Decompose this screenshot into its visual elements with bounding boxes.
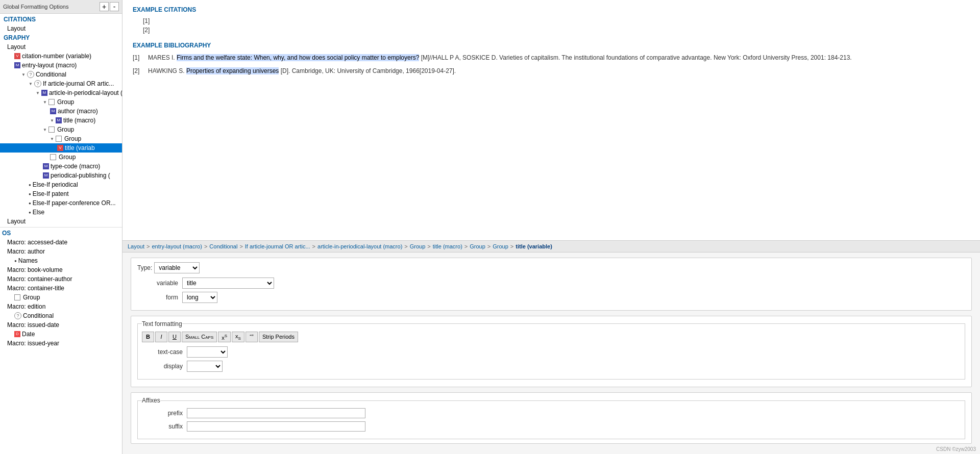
group4-label: Group xyxy=(59,154,76,161)
sidebar-group3[interactable]: ▼ Group xyxy=(0,134,122,143)
bold-button[interactable]: B xyxy=(142,332,154,342)
suffix-input[interactable] xyxy=(187,421,365,432)
group2-icon xyxy=(48,127,55,133)
group3-icon xyxy=(56,136,62,142)
bib1-author: MARES I. xyxy=(148,54,175,61)
sidebar-entry-layout[interactable]: M entry-layout (macro) xyxy=(0,61,122,70)
type-select[interactable]: variable xyxy=(154,262,200,273)
sidebar-macro-edition[interactable]: Macro: edition xyxy=(0,302,122,311)
sidebar-header-buttons: + - xyxy=(100,2,119,11)
italic-button[interactable]: I xyxy=(155,332,167,342)
sidebar-title-macro[interactable]: ▼ M title (macro) xyxy=(0,116,122,125)
subscript-button[interactable]: xS xyxy=(232,332,244,342)
sidebar-header: Global Formatting Options + - xyxy=(0,0,122,14)
preview-pane: EXAMPLE CITATIONS [1] [2] EXAMPLE BIBLIO… xyxy=(122,0,980,241)
breadcrumb-group1[interactable]: Group xyxy=(410,243,426,249)
breadcrumb-title-macro[interactable]: title (macro) xyxy=(433,243,462,249)
display-select[interactable] xyxy=(187,361,223,372)
bullet3: ● xyxy=(29,201,31,206)
breadcrumb-entry-layout[interactable]: entry-layout (macro) xyxy=(152,243,202,249)
sidebar-group2[interactable]: ▼ Group xyxy=(0,125,122,134)
text-case-select[interactable] xyxy=(187,346,228,358)
sidebar-layout2[interactable]: Layout xyxy=(0,217,122,226)
remove-item-button[interactable]: - xyxy=(110,2,119,11)
type-field-group: Type: variable variable title form long xyxy=(131,258,972,311)
superscript-button[interactable]: xS xyxy=(218,332,231,342)
sidebar-else[interactable]: ● Else xyxy=(0,208,122,217)
breadcrumb-conditional[interactable]: Conditional xyxy=(209,243,237,249)
sep5: > xyxy=(404,243,407,249)
sidebar-periodical-publishing[interactable]: M periodical-publishing ( xyxy=(0,171,122,180)
container-author-label: Macro: container-author xyxy=(7,275,72,283)
sidebar-citations-section[interactable]: CITATIONS xyxy=(0,15,122,24)
breadcrumb-title-variable[interactable]: title (variable) xyxy=(516,243,552,249)
else-if-periodical-label: Else-If periodical xyxy=(33,181,78,188)
citation-number-label: citation-number (variable) xyxy=(22,53,91,60)
sidebar-macro-author[interactable]: Macro: author xyxy=(0,247,122,256)
issued-year-label: Macro: issued-year xyxy=(7,340,59,347)
sidebar-else-if-paper[interactable]: ● Else-If paper-conference OR... xyxy=(0,198,122,208)
quotes-button[interactable]: “” xyxy=(246,332,258,342)
accessed-date-label: Macro: accessed-date xyxy=(7,239,67,246)
sep7: > xyxy=(464,243,468,249)
bib2-author: HAWKING S. xyxy=(148,67,185,74)
sidebar-macro-accessed-date[interactable]: Macro: accessed-date xyxy=(0,238,122,247)
variable-select[interactable]: title xyxy=(182,278,274,289)
sidebar-citations-layout[interactable]: Layout xyxy=(0,24,122,33)
sidebar-header-title: Global Formatting Options xyxy=(3,4,68,10)
sidebar-citation-number[interactable]: V citation-number (variable) xyxy=(0,52,122,61)
breadcrumb-article-periodical[interactable]: article-in-periodical-layout (macro) xyxy=(317,243,402,249)
small-caps-button[interactable]: Small Caps xyxy=(182,332,217,342)
display-row: display xyxy=(142,361,961,372)
edition-label: Macro: edition xyxy=(7,303,45,310)
group-ct-icon xyxy=(14,294,20,300)
sidebar-names[interactable]: ● Names xyxy=(0,256,122,265)
form-select[interactable]: long xyxy=(182,292,217,303)
type-code-icon: M xyxy=(43,163,49,169)
sidebar-else-if-patent[interactable]: ● Else-If patent xyxy=(0,189,122,198)
breadcrumb-group2[interactable]: Group xyxy=(470,243,485,249)
affixes-group: Affixes prefix suffix xyxy=(131,392,972,444)
sidebar-bibliography-section[interactable]: GRAPHY xyxy=(0,33,122,42)
conditional2-label: Conditional xyxy=(23,312,54,319)
strip-periods-button[interactable]: Strip Periods xyxy=(259,332,298,342)
sidebar-macro-issued-year[interactable]: Macro: issued-year xyxy=(0,339,122,348)
author-macro-label: author (macro) xyxy=(58,108,98,115)
sidebar-author-macro[interactable]: M author (macro) xyxy=(0,107,122,116)
sidebar-macro-container-title[interactable]: Macro: container-title xyxy=(0,284,122,293)
sidebar-group1[interactable]: ▼ Group xyxy=(0,97,122,107)
sidebar-article-in-periodical[interactable]: ▼ M article-in-periodical-layout (m xyxy=(0,88,122,97)
expand-icon7: ▼ xyxy=(50,137,54,141)
add-item-button[interactable]: + xyxy=(100,2,109,11)
sidebar-macro-book-volume[interactable]: Macro: book-volume xyxy=(0,265,122,274)
breadcrumb-if-article[interactable]: If article-journal OR artic... xyxy=(245,243,310,249)
bibliography-label: GRAPHY xyxy=(4,34,30,41)
sidebar-macro-container-author[interactable]: Macro: container-author xyxy=(0,274,122,284)
sidebar-date[interactable]: D Date xyxy=(0,330,122,339)
sidebar-else-if-periodical[interactable]: ● Else-If periodical xyxy=(0,180,122,189)
sidebar-conditional[interactable]: ▼ ? Conditional xyxy=(0,70,122,79)
sidebar-os-section[interactable]: OS xyxy=(0,229,122,238)
sidebar-if-article[interactable]: ▼ ? If article-journal OR artic... xyxy=(0,79,122,88)
sidebar-group4[interactable]: Group xyxy=(0,153,122,162)
bullet5: ● xyxy=(14,259,17,263)
sidebar-bibliography-layout[interactable]: Layout xyxy=(0,42,122,52)
group-ct-label: Group xyxy=(23,294,40,301)
sidebar-type-code[interactable]: M type-code (macro) xyxy=(0,162,122,171)
prefix-input[interactable] xyxy=(187,408,365,418)
entry-layout-icon: M xyxy=(14,62,20,68)
bullet2: ● xyxy=(29,192,31,196)
sidebar-macro-issued-date[interactable]: Macro: issued-date xyxy=(0,320,122,330)
sep3: > xyxy=(239,243,242,249)
bib2-text: HAWKING S. Properties of expanding unive… xyxy=(148,66,970,75)
sidebar-conditional2[interactable]: ? Conditional xyxy=(0,311,122,320)
variable-row: variable title xyxy=(137,278,965,289)
breadcrumb-layout[interactable]: Layout xyxy=(128,243,144,249)
underline-button[interactable]: U xyxy=(168,332,181,342)
sep6: > xyxy=(427,243,430,249)
sidebar-group-ct[interactable]: Group xyxy=(0,293,122,302)
os-label: OS xyxy=(2,230,11,237)
breadcrumb-group3[interactable]: Group xyxy=(493,243,508,249)
type-label: Type: xyxy=(137,264,152,271)
sidebar-title-variable[interactable]: V title (variab xyxy=(0,143,122,153)
